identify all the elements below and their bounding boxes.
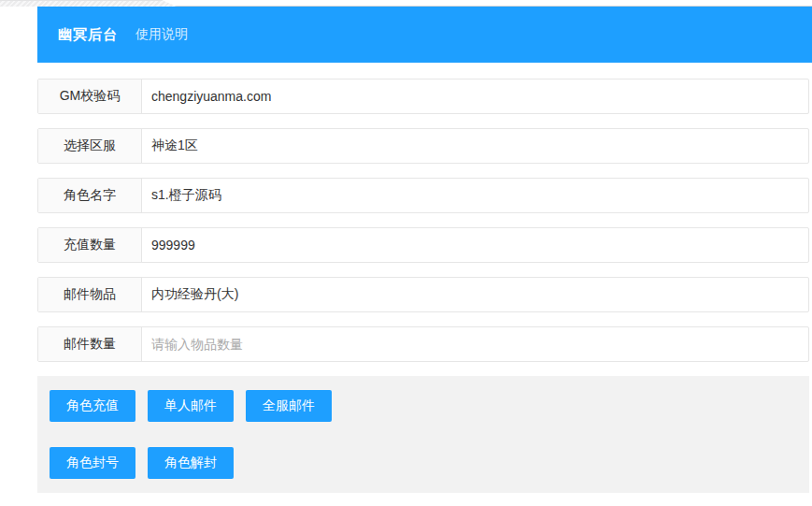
form-row-recharge-amount: 充值数量 <box>37 227 809 263</box>
brand-title[interactable]: 幽冥后台 <box>58 26 118 44</box>
form-row-server: 选择区服 <box>37 128 809 164</box>
mail-item-select[interactable] <box>142 278 808 311</box>
actions-row-primary: 角色充值 单人邮件 全服邮件 <box>50 390 796 422</box>
gm-code-input[interactable] <box>142 80 808 113</box>
nav-link-usage-guide[interactable]: 使用说明 <box>135 26 188 43</box>
single-mail-button[interactable]: 单人邮件 <box>148 390 234 422</box>
form-row-mail-item: 邮件物品 <box>37 277 809 312</box>
unban-role-button[interactable]: 角色解封 <box>148 447 234 479</box>
role-recharge-button[interactable]: 角色充值 <box>50 390 135 422</box>
mail-quantity-label: 邮件数量 <box>38 327 142 361</box>
actions-row-secondary: 角色封号 角色解封 <box>50 447 796 479</box>
browser-tab-strip <box>0 0 812 7</box>
mail-quantity-input[interactable] <box>142 327 808 361</box>
role-name-label: 角色名字 <box>38 179 142 212</box>
gm-form: GM校验码 选择区服 角色名字 充值数量 邮件物品 邮件数量 角色充值 单人邮件… <box>37 63 809 493</box>
server-select[interactable] <box>142 129 808 163</box>
recharge-amount-input[interactable] <box>142 228 808 262</box>
ban-role-button[interactable]: 角色封号 <box>50 447 135 479</box>
role-name-input[interactable] <box>142 179 808 212</box>
gm-code-label: GM校验码 <box>38 80 142 113</box>
form-row-gm-code: GM校验码 <box>37 79 809 114</box>
all-server-mail-button[interactable]: 全服邮件 <box>246 390 332 422</box>
form-row-role-name: 角色名字 <box>37 178 809 213</box>
actions-panel: 角色充值 单人邮件 全服邮件 角色封号 角色解封 <box>37 376 809 493</box>
form-row-mail-quantity: 邮件数量 <box>37 326 809 362</box>
header-bar: 幽冥后台 使用说明 <box>37 7 812 63</box>
recharge-amount-label: 充值数量 <box>38 228 142 262</box>
browser-tab-corner <box>0 0 178 7</box>
mail-item-label: 邮件物品 <box>38 278 142 311</box>
server-label: 选择区服 <box>38 129 142 163</box>
